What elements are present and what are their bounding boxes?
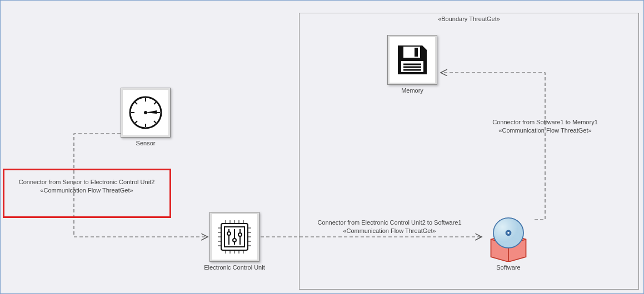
svg-point-37 xyxy=(233,239,236,242)
label-ecu-to-software-title: Connector from Electronic Control Unit2 … xyxy=(301,219,478,227)
highlight-selection xyxy=(3,169,171,218)
node-memory[interactable]: Memory xyxy=(387,35,437,94)
sensor-label: Sensor xyxy=(121,140,171,146)
label-software-to-memory: Connector from Software1 to Memory1 «Com… xyxy=(478,118,612,135)
software-label: Software xyxy=(483,264,533,271)
memory-label: Memory xyxy=(387,87,437,94)
ecu-label: Electronic Control Unit xyxy=(203,264,266,271)
ecu-icon xyxy=(209,212,259,262)
label-software-to-memory-stereo: «Communication Flow ThreatGet» xyxy=(478,126,612,135)
node-ecu[interactable]: Electronic Control Unit xyxy=(209,212,259,271)
label-software-to-memory-title: Connector from Software1 to Memory1 xyxy=(478,118,612,126)
boundary-threatget[interactable]: «Boundary ThreatGet» xyxy=(299,13,639,290)
boundary-label: «Boundary ThreatGet» xyxy=(299,16,638,22)
node-software[interactable]: Software xyxy=(483,212,533,271)
label-ecu-to-software-stereo: «Communication Flow ThreatGet» xyxy=(301,227,478,235)
sensor-icon xyxy=(121,88,171,138)
software-icon xyxy=(483,212,533,262)
diagram-canvas: «Boundary ThreatGet» Sensor xyxy=(0,0,644,294)
label-ecu-to-software: Connector from Electronic Control Unit2 … xyxy=(301,219,478,236)
svg-point-36 xyxy=(227,232,231,235)
node-sensor[interactable]: Sensor xyxy=(121,88,171,146)
svg-point-49 xyxy=(507,232,510,234)
svg-point-10 xyxy=(144,111,147,114)
svg-rect-40 xyxy=(415,48,418,57)
svg-point-38 xyxy=(238,233,242,236)
memory-icon xyxy=(387,35,437,85)
